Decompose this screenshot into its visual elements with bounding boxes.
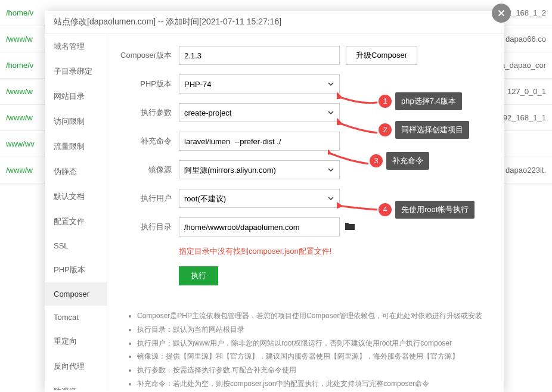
- arrow-icon: [337, 118, 379, 142]
- annotation-badge: 1: [379, 95, 392, 108]
- help-item: 执行用户：默认为www用户，除非您的网站以root权限运行，否则不建议使用roo…: [137, 337, 492, 350]
- exec-dir-input[interactable]: [179, 217, 340, 237]
- sidebar-item-ssl[interactable]: SSL: [45, 234, 107, 257]
- bg-path[interactable]: /www/w: [6, 113, 33, 122]
- modal-title: 站点修改[dapaolumen.com] -- 添加时间[2021-07-11 …: [45, 11, 504, 34]
- composer-version-label: Composer版本: [119, 50, 179, 61]
- annotation-1: 1 php选择7.4版本: [337, 89, 462, 113]
- sidebar-item-composer[interactable]: Composer: [45, 282, 107, 306]
- annotation-3: 3 补充命令: [328, 149, 429, 173]
- sidebar: 域名管理 子目录绑定 网站目录 访问限制 流量限制 伪静态 默认文档 配置文件 …: [45, 34, 107, 390]
- exec-user-select[interactable]: root(不建议): [179, 189, 340, 208]
- annotation-badge: 3: [370, 154, 383, 167]
- annotation-text: 同样选择创建项目: [395, 121, 469, 139]
- help-item: 镜像源：提供【阿里源】和【官方源】，建议国内服务器使用【阿里源】，海外服务器使用…: [137, 350, 492, 363]
- sidebar-item-default-doc[interactable]: 默认文档: [45, 184, 107, 209]
- folder-icon[interactable]: [345, 222, 355, 233]
- annotation-text: 补充命令: [386, 152, 429, 170]
- composer-version-input[interactable]: [179, 46, 340, 65]
- arrow-icon: [337, 89, 379, 113]
- sidebar-item-subdir[interactable]: 子目录绑定: [45, 59, 107, 84]
- close-icon: [496, 8, 507, 18]
- annotation-badge: 4: [379, 203, 392, 216]
- bg-path[interactable]: /www/w: [6, 35, 33, 43]
- bg-right: dapao66.co: [506, 35, 546, 43]
- sidebar-item-php[interactable]: PHP版本: [45, 257, 107, 282]
- sidebar-item-webdir[interactable]: 网站目录: [45, 84, 107, 109]
- arrow-icon: [337, 198, 379, 222]
- php-version-select[interactable]: PHP-74: [179, 74, 340, 94]
- bg-right: a_dapao_cor: [501, 61, 546, 70]
- mirror-label: 镜像源: [119, 164, 179, 175]
- supplement-label: 补充命令: [119, 136, 179, 147]
- error-message: 指定目录中没有找到composer.json配置文件!: [179, 246, 492, 257]
- annotation-4: 4 先使用root帐号执行: [337, 198, 475, 222]
- bg-right: 192_168_1_1: [498, 113, 546, 122]
- annotation-text: php选择7.4版本: [395, 92, 462, 110]
- sidebar-item-hotlink[interactable]: 防盗链: [45, 379, 107, 390]
- annotation-2: 2 同样选择创建项目: [337, 118, 469, 142]
- sidebar-item-access[interactable]: 访问限制: [45, 109, 107, 134]
- help-item: 执行参数：按需选择执行参数,可配合补充命令使用: [137, 363, 492, 377]
- sidebar-item-proxy[interactable]: 反向代理: [45, 354, 107, 379]
- exec-param-select[interactable]: create-project: [179, 103, 340, 122]
- help-item: 执行目录：默认为当前网站根目录: [137, 323, 492, 337]
- sidebar-item-traffic[interactable]: 流量限制: [45, 134, 107, 159]
- help-item: 补充命令：若此处为空，则按composer.json中的配置执行，此处支持填写完…: [137, 377, 492, 390]
- sidebar-item-config[interactable]: 配置文件: [45, 209, 107, 234]
- mirror-select[interactable]: 阿里源(mirrors.aliyun.com): [179, 160, 340, 179]
- php-version-label: PHP版本: [119, 79, 179, 89]
- bg-right: dapao223it.: [506, 166, 546, 175]
- sidebar-item-redirect[interactable]: 重定向: [45, 329, 107, 354]
- help-list: Composer是PHP主流依赖包管理器，若您的项目使用Composer管理依赖…: [119, 309, 492, 390]
- annotation-badge: 2: [379, 123, 392, 136]
- help-item: Composer是PHP主流依赖包管理器，若您的项目使用Composer管理依赖…: [137, 309, 492, 323]
- supplement-input[interactable]: [179, 132, 340, 151]
- sidebar-item-rewrite[interactable]: 伪静态: [45, 159, 107, 184]
- arrow-icon: [328, 149, 370, 173]
- exec-user-label: 执行用户: [119, 193, 179, 204]
- bg-right: 127_0_0_1: [507, 87, 546, 96]
- exec-param-label: 执行参数: [119, 107, 179, 118]
- sidebar-item-domain[interactable]: 域名管理: [45, 34, 107, 59]
- sidebar-item-tomcat[interactable]: Tomcat: [45, 306, 107, 329]
- upgrade-composer-button[interactable]: 升级Composer: [346, 46, 417, 65]
- execute-button[interactable]: 执行: [179, 266, 218, 285]
- bg-path[interactable]: /www/w: [6, 166, 33, 175]
- bg-path[interactable]: www/wv: [6, 139, 35, 148]
- bg-path[interactable]: /home/v: [6, 61, 33, 70]
- exec-dir-label: 执行目录: [119, 222, 179, 232]
- close-button[interactable]: [492, 4, 511, 23]
- annotation-text: 先使用root帐号执行: [395, 201, 475, 219]
- bg-path[interactable]: /www/w: [6, 87, 33, 96]
- bg-path[interactable]: /home/v: [6, 8, 33, 17]
